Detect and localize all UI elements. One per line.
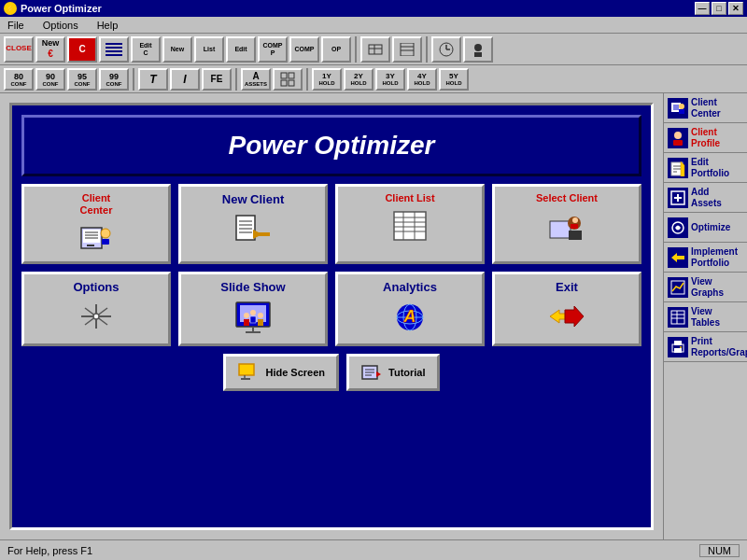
tb-comp-p[interactable]: COMPP [258,36,288,63]
sidebar-item-add-assets[interactable]: AddAssets [664,183,747,213]
tb-icon3[interactable] [431,36,461,63]
tb-op[interactable]: OP [321,36,351,63]
tb-80-conf[interactable]: 80CONF [4,68,34,91]
sidebar-view-graphs-icon [668,277,688,298]
app-title: Power Optimizer [21,3,102,14]
tb-select-c[interactable]: C [67,36,97,63]
sidebar-item-client-center[interactable]: ClientCenter [664,93,747,123]
close-button[interactable]: ✕ [728,2,743,15]
help-text: For Help, press F1 [7,545,92,556]
svg-rect-68 [239,364,254,375]
svg-rect-95 [671,311,684,324]
client-list-button[interactable]: Client List [335,184,485,264]
tb-2y-hold[interactable]: 2YHOLD [344,68,374,91]
tb-4y-hold[interactable]: 4YHOLD [407,68,437,91]
svg-point-50 [93,314,99,319]
svg-rect-41 [550,221,571,238]
svg-point-53 [244,313,249,318]
tb-90-conf[interactable]: 90CONF [35,68,65,91]
tb-new[interactable]: New [162,36,192,63]
tb-comp-op[interactable]: COMP [289,36,319,63]
tb-sep1 [355,36,357,63]
svg-marker-75 [376,371,381,377]
num-lock: NUM [699,544,740,557]
tb-1y-hold[interactable]: 1YHOLD [312,68,342,91]
tb-edit[interactable]: Edit [226,36,256,63]
sidebar-label-client-profile: ClientProfile [691,127,720,149]
tb-99-conf[interactable]: 99CONF [99,68,129,91]
options-icon [76,299,117,334]
sidebar-item-client-profile[interactable]: ClientProfile [664,123,747,153]
sidebar-item-edit-portfolio[interactable]: EditPortfolio [664,153,747,183]
tb-5y-hold[interactable]: 5YHOLD [439,68,469,91]
menu-help[interactable]: Help [93,19,122,32]
tb2-sep3 [306,68,308,91]
tb-assets[interactable]: AASSETS [241,68,271,91]
new-client-button[interactable]: New Client [178,184,328,264]
svg-rect-16 [289,73,294,78]
svg-point-80 [679,104,684,109]
tb-I[interactable]: I [170,68,200,91]
app-icon: ⚡ [4,2,17,15]
svg-marker-93 [671,253,684,262]
svg-rect-26 [102,239,109,245]
tb-icon1[interactable] [360,36,390,63]
tb-T[interactable]: T [138,68,168,91]
client-list-label: Client List [385,192,434,204]
select-client-icon [546,208,587,244]
tb-list2[interactable]: List [194,36,224,63]
blue-panel: Power Optimizer ClientCenter [9,103,654,530]
tutorial-label: Tutorial [388,367,426,378]
exit-button[interactable]: Exit [492,272,641,346]
sidebar-item-optimize[interactable]: Optimize [664,213,747,243]
exit-icon [546,299,587,334]
tb-icon2[interactable] [392,36,422,63]
tutorial-button[interactable]: Tutorial [346,354,440,391]
select-client-button[interactable]: Select Client [492,184,641,264]
minimize-button[interactable]: — [695,2,710,15]
hide-screen-label: Hide Screen [265,367,325,378]
sidebar-item-view-graphs[interactable]: ViewGraphs [664,273,747,302]
svg-marker-33 [255,232,270,236]
menu-file[interactable]: File [4,19,28,32]
tb-close[interactable]: CLOSE [4,36,34,63]
tb-3y-hold[interactable]: 3YHOLD [375,68,405,91]
tb-list[interactable] [99,36,129,63]
svg-text:A: A [403,307,416,326]
svg-rect-2 [106,50,122,52]
analytics-icon: A [389,298,430,333]
svg-rect-17 [281,80,287,86]
tb-new-euro[interactable]: New€ [35,36,65,63]
maximize-button[interactable]: □ [712,2,726,15]
svg-rect-83 [673,140,683,146]
options-button[interactable]: Options [21,272,171,346]
sidebar-label-optimize: Optimize [691,222,730,233]
tb-edit-c[interactable]: EditC [131,36,161,63]
client-center-icon [76,220,117,256]
svg-marker-66 [550,310,567,323]
tb-icon4[interactable] [463,36,493,63]
slide-show-button[interactable]: Slide Show [178,272,328,346]
tb-grid[interactable] [273,68,303,91]
sidebar-client-profile-icon [668,128,688,148]
sidebar-item-view-tables[interactable]: ViewTables [664,302,747,332]
title-bar: ⚡ Power Optimizer — □ ✕ [0,0,747,17]
analytics-button[interactable]: Analytics A [335,272,485,346]
main-buttons-row2: Options Slide Show [21,272,641,346]
tb-FE[interactable]: FE [202,68,232,91]
toolbar2: 80CONF 90CONF 95CONF 99CONF T I FE AASSE… [0,65,747,93]
menu-options[interactable]: Options [39,19,82,32]
svg-rect-54 [244,319,249,326]
exit-label: Exit [556,280,578,295]
sidebar-item-print[interactable]: PrintReports/Graphs [664,332,747,362]
tb-sep2 [426,36,428,63]
svg-marker-88 [681,161,684,176]
tb-95-conf[interactable]: 95CONF [67,68,97,91]
right-sidebar: ClientCenter ClientProfile EditPortfolio… [663,93,747,539]
analytics-label: Analytics [383,280,437,294]
client-center-button[interactable]: ClientCenter [21,184,171,264]
select-client-label: Select Client [536,192,598,204]
hide-screen-button[interactable]: Hide Screen [223,354,339,391]
sidebar-label-edit-portfolio: EditPortfolio [691,157,729,179]
sidebar-item-implement-portfolio[interactable]: ImplementPortfolio [664,243,747,273]
